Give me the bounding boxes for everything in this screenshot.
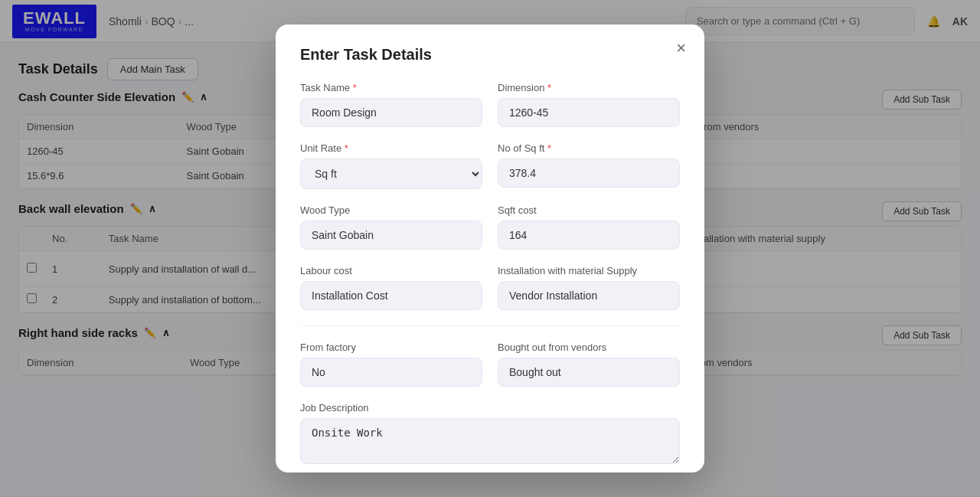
sqft-cost-input[interactable]	[498, 221, 680, 250]
from-factory-input[interactable]	[300, 358, 482, 387]
installation-input[interactable]	[498, 281, 680, 310]
form-row-1: Task Name * Dimension *	[300, 82, 680, 127]
task-name-label: Task Name *	[300, 82, 482, 93]
task-name-input[interactable]	[300, 98, 482, 127]
job-description-group: Job Description Onsite Work	[300, 402, 680, 464]
modal-close-button[interactable]: ×	[676, 40, 686, 57]
bought-out-label: Bought out from vendors	[498, 342, 680, 353]
sqft-cost-label: Sqft cost	[498, 204, 680, 216]
labour-cost-label: Labour cost	[300, 265, 482, 276]
task-name-group: Task Name *	[300, 82, 482, 127]
bought-out-group: Bought out from vendors	[498, 342, 680, 387]
bought-out-input[interactable]	[498, 358, 680, 387]
installation-label: Installation with material Supply	[498, 265, 680, 276]
modal-dialog: Enter Task Details × Task Name * Dimensi…	[276, 25, 704, 472]
no-of-sqft-group: No of Sq ft *	[498, 142, 680, 189]
wood-type-group: Wood Type	[300, 204, 482, 250]
sqft-cost-group: Sqft cost	[498, 204, 680, 250]
form-row-6: Job Description Onsite Work	[300, 402, 680, 464]
form-row-3: Wood Type Sqft cost	[300, 204, 680, 250]
from-factory-group: From factory	[300, 342, 482, 387]
no-of-sqft-input[interactable]	[498, 159, 680, 188]
job-description-label: Job Description	[300, 402, 680, 414]
dimension-label: Dimension *	[498, 82, 680, 93]
dimension-group: Dimension *	[498, 82, 680, 127]
unit-rate-label: Unit Rate *	[300, 142, 482, 154]
no-of-sqft-label: No of Sq ft *	[498, 142, 680, 154]
form-divider	[300, 325, 680, 326]
form-row-2: Unit Rate * Sq ft Running ft Nos No of S…	[300, 142, 680, 189]
from-factory-label: From factory	[300, 342, 482, 353]
labour-cost-input[interactable]	[300, 281, 482, 310]
job-description-textarea[interactable]: Onsite Work	[300, 418, 680, 464]
form-row-4: Labour cost Installation with material S…	[300, 265, 680, 310]
labour-cost-group: Labour cost	[300, 265, 482, 310]
wood-type-label: Wood Type	[300, 204, 482, 216]
form-row-5: From factory Bought out from vendors	[300, 342, 680, 387]
installation-group: Installation with material Supply	[498, 265, 680, 310]
unit-rate-select[interactable]: Sq ft Running ft Nos	[300, 159, 482, 189]
dimension-input[interactable]	[498, 98, 680, 127]
modal-title: Enter Task Details	[300, 46, 680, 64]
modal-overlay[interactable]: Enter Task Details × Task Name * Dimensi…	[0, 0, 980, 497]
wood-type-input[interactable]	[300, 221, 482, 250]
unit-rate-group: Unit Rate * Sq ft Running ft Nos	[300, 142, 482, 189]
